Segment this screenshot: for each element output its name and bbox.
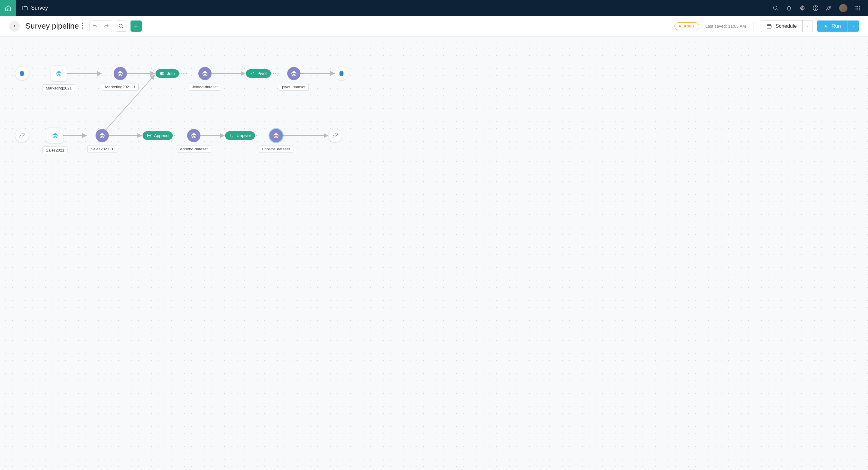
play-icon	[824, 24, 828, 28]
join-icon	[160, 71, 164, 76]
schedule-button[interactable]: Schedule	[761, 20, 813, 32]
op-label: Append	[154, 133, 168, 138]
gear-icon[interactable]	[799, 5, 805, 11]
node-label: pivot_dataset	[279, 83, 309, 91]
breadcrumb: Survey	[16, 5, 54, 11]
page-title: Survey pipeline	[25, 21, 79, 31]
plus-icon: +	[134, 22, 138, 30]
undo-redo-group	[89, 20, 112, 32]
layers-icon	[56, 70, 62, 76]
node-label: Append-dataset	[177, 145, 211, 153]
layers-icon	[52, 132, 58, 138]
append-icon	[147, 133, 152, 138]
node-output-2[interactable]	[329, 129, 342, 142]
bell-icon[interactable]	[786, 5, 792, 11]
pivot-icon	[250, 71, 255, 76]
run-label: Run	[832, 23, 841, 29]
schedule-label: Schedule	[775, 23, 797, 29]
node-label: Marketing2021	[42, 84, 75, 92]
svg-rect-35	[148, 136, 151, 137]
svg-point-0	[774, 6, 777, 9]
search-icon[interactable]	[773, 5, 779, 11]
chevron-down-icon	[806, 24, 809, 28]
search-icon	[119, 24, 124, 29]
calendar-icon	[767, 24, 772, 29]
op-join[interactable]: Join	[156, 69, 179, 78]
node-label: Sales2021_1	[87, 145, 117, 153]
breadcrumb-project[interactable]: Survey	[31, 5, 48, 11]
op-pivot[interactable]: Pivot	[246, 69, 271, 78]
node-label: Marketing2021_1	[102, 83, 138, 91]
node-sales2021-1[interactable]	[96, 129, 109, 142]
layers-icon	[273, 132, 279, 138]
svg-point-5	[856, 6, 857, 7]
search-button[interactable]	[116, 21, 127, 32]
op-append[interactable]: Append	[143, 131, 173, 140]
layers-icon	[202, 70, 208, 76]
svg-point-16	[82, 27, 83, 29]
home-button[interactable]	[0, 0, 16, 16]
layers-icon	[191, 132, 197, 138]
run-button[interactable]: Run	[817, 21, 859, 32]
run-dropdown[interactable]	[847, 21, 859, 32]
op-label: Unpivot	[237, 133, 251, 138]
database-icon	[338, 70, 344, 76]
redo-button[interactable]	[101, 21, 112, 32]
rocket-icon[interactable]	[826, 5, 832, 11]
op-unpivot[interactable]: Unpivot	[225, 131, 255, 140]
svg-point-13	[859, 9, 860, 10]
svg-point-15	[82, 25, 83, 26]
help-icon[interactable]	[812, 5, 818, 11]
add-button[interactable]: +	[130, 21, 142, 32]
svg-point-7	[859, 6, 860, 7]
op-label: Pivot	[257, 71, 267, 76]
node-joined-dataset[interactable]	[198, 67, 212, 80]
connections	[0, 36, 868, 470]
link-icon	[19, 132, 25, 138]
node-label: Joined-dataset	[189, 83, 221, 91]
more-icon[interactable]	[82, 22, 83, 30]
top-bar: Survey	[0, 0, 868, 16]
unpivot-icon	[229, 133, 234, 138]
folder-icon	[22, 5, 28, 11]
node-label: Sales2021	[42, 147, 67, 154]
schedule-dropdown[interactable]	[802, 21, 812, 32]
svg-rect-18	[767, 24, 771, 28]
node-marketing2021[interactable]	[51, 66, 67, 81]
undo-button[interactable]	[90, 21, 101, 32]
svg-rect-34	[148, 134, 151, 135]
svg-point-10	[859, 7, 860, 8]
svg-point-1	[802, 7, 803, 9]
svg-point-4	[830, 7, 830, 7]
chevron-left-icon	[12, 24, 17, 28]
node-storage-2[interactable]	[16, 129, 29, 142]
back-button[interactable]	[9, 21, 20, 32]
svg-point-6	[857, 6, 858, 7]
canvas[interactable]: Marketing2021 Sales2021 Marketing2021_1 …	[0, 36, 868, 470]
home-icon	[5, 5, 11, 11]
chevron-down-icon	[852, 24, 855, 28]
node-append-dataset[interactable]	[187, 129, 200, 142]
node-marketing2021-1[interactable]	[114, 67, 127, 80]
node-label: unpivot_dataset	[259, 145, 293, 153]
node-pivot-dataset[interactable]	[287, 67, 301, 80]
node-output-1[interactable]	[335, 67, 348, 80]
layers-icon	[99, 132, 105, 138]
svg-point-14	[82, 23, 83, 24]
svg-point-9	[857, 7, 858, 8]
last-saved: Last saved: 11:05 AM	[705, 24, 746, 29]
svg-point-3	[815, 9, 816, 10]
node-sales2021[interactable]	[47, 128, 63, 144]
node-storage-1[interactable]	[16, 67, 29, 80]
layers-icon	[117, 70, 123, 76]
node-unpivot-dataset[interactable]	[270, 129, 283, 142]
svg-point-8	[856, 7, 857, 8]
apps-icon[interactable]	[855, 5, 861, 11]
top-icons	[766, 4, 868, 12]
avatar[interactable]	[839, 4, 847, 12]
database-icon	[19, 70, 25, 76]
svg-point-17	[119, 24, 123, 27]
svg-rect-33	[162, 72, 164, 75]
layers-icon	[291, 70, 297, 76]
link-icon	[332, 132, 338, 138]
